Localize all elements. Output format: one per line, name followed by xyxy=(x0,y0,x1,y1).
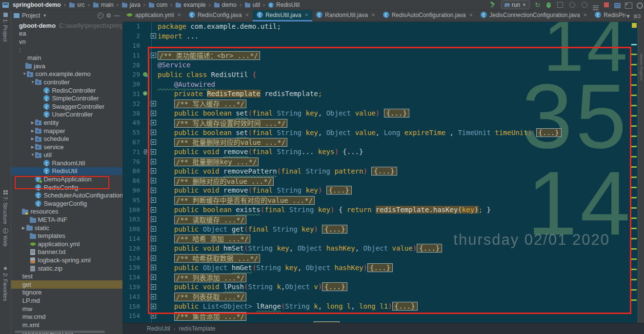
code-line[interactable]: 130+ public Object hmGet(String key, Obj… xyxy=(122,263,631,273)
fold-plus-icon[interactable]: + xyxy=(151,197,156,203)
tool-window-button-maven[interactable]: Maven Projects xyxy=(638,54,644,80)
fold-plus-icon[interactable]: + xyxy=(151,304,156,309)
tree-item-randomutil[interactable]: RandomUtil xyxy=(11,159,122,167)
breadcrumb-item-springboot-demo[interactable]: springboot-demo xyxy=(12,1,62,8)
code-line[interactable]: 29public class RedisUtil { xyxy=(122,70,631,79)
tree-item-simplecontroller[interactable]: SimpleController xyxy=(11,94,122,102)
fold-plus-icon[interactable]: + xyxy=(151,313,156,318)
tree-item-item[interactable]: : xyxy=(11,46,122,54)
fold-plus-icon[interactable]: + xyxy=(151,120,156,125)
project-structure-icon[interactable] xyxy=(614,3,621,8)
code-line[interactable]: 49+ /** 写入缓存设置时效时间 ...*/ xyxy=(122,118,631,128)
code-line[interactable]: 31 private RedisTemplate redisTemplate; xyxy=(122,89,631,99)
fold-plus-icon[interactable]: + xyxy=(151,216,156,222)
code-line[interactable]: 71@+ public void remove(final String... … xyxy=(122,147,631,157)
fold-plus-icon[interactable]: + xyxy=(151,168,156,174)
code-line[interactable]: 1package com.example.demo.util; xyxy=(122,21,631,31)
code-line[interactable]: 80+ public void removePattern(final Stri… xyxy=(122,166,631,176)
breadcrumb-member[interactable]: redisTemplate xyxy=(179,325,216,332)
fold-plus-icon[interactable]: + xyxy=(151,33,156,39)
tree-item-redisconfig[interactable]: RedisConfig xyxy=(11,183,122,192)
tree-item-lp-md[interactable]: LP.md xyxy=(11,296,122,305)
fold-plus-icon[interactable]: + xyxy=(151,265,156,270)
code-line[interactable]: 108+ public Object get(final String key)… xyxy=(122,224,631,234)
tree-item-controller[interactable]: ▼controller xyxy=(11,78,122,86)
code-line[interactable]: 32+ /** 写入缓存 ...*/ xyxy=(122,98,631,108)
tool-window-button-favorites[interactable]: ★ 2: Favorites xyxy=(0,266,11,301)
breadcrumb-item-java[interactable]: java xyxy=(121,1,141,8)
tab-randomutil-java[interactable]: RandomUtil.java✕ xyxy=(312,10,379,21)
tree-item-gboot-demo[interactable]: gboot-demoC:\xuefly\project\springboot-d… xyxy=(11,21,122,30)
tree-item-ea[interactable]: ea xyxy=(11,30,122,38)
tree-item-static-zip[interactable]: static.zip xyxy=(11,264,122,273)
code-line[interactable]: 10 xyxy=(122,41,631,51)
tree-item-resources[interactable]: resources xyxy=(11,208,122,216)
tab-application-yml[interactable]: application.yml✕ xyxy=(122,10,185,21)
code-line[interactable]: 28@Service xyxy=(122,60,631,70)
code-line[interactable]: 100+ public boolean exists(final String … xyxy=(122,205,631,215)
tree-item-vn[interactable]: vn xyxy=(11,38,122,46)
fold-plus-icon[interactable]: + xyxy=(151,178,156,183)
fold-plus-icon[interactable]: + xyxy=(151,111,156,116)
breadcrumb-item-demo[interactable]: demo xyxy=(213,1,238,8)
tree-item-schedule[interactable]: ▶schedule xyxy=(11,135,122,143)
locate-file-icon[interactable] xyxy=(98,13,103,19)
tree-item-meta-inf[interactable]: META-INF xyxy=(11,216,122,224)
tree-item-swaggercontroller[interactable]: SwaggerController xyxy=(11,102,122,111)
close-tab-icon[interactable]: ✕ xyxy=(177,13,181,18)
tree-item-usercontroller[interactable]: UserController xyxy=(11,111,122,119)
tree-item-com-example-demo[interactable]: ▼com.example.demo xyxy=(11,70,122,79)
fold-plus-icon[interactable]: + xyxy=(151,236,156,241)
breadcrumb-item-main[interactable]: main xyxy=(92,1,115,8)
attach-profiler-icon[interactable] xyxy=(582,2,587,8)
fold-plus-icon[interactable]: + xyxy=(151,149,156,155)
code-line[interactable]: 38+ public boolean set(final String key,… xyxy=(122,108,631,118)
fold-plus-icon[interactable]: + xyxy=(151,275,156,280)
editor-scrollbar[interactable] xyxy=(631,21,638,323)
code-line[interactable]: 95+ /** 判断缓存中是否有对应的value ...*/ xyxy=(122,195,631,205)
tree-item-redisutil[interactable]: RedisUtil xyxy=(11,167,122,176)
hidden-tabs-control[interactable]: ▼ ≣3 xyxy=(625,11,644,21)
breadcrumb-item-src[interactable]: src xyxy=(68,1,86,8)
tree-item-mw[interactable]: mw xyxy=(11,305,122,313)
tab-redisutil-java[interactable]: RedisUtil.java✕ xyxy=(253,10,312,21)
tree-item-swaggerconfig[interactable]: SwaggerConfig xyxy=(11,199,122,208)
tree-item-util[interactable]: ▼util xyxy=(11,151,122,159)
tree-item-rediscontroller[interactable]: RedisController xyxy=(11,86,122,95)
tool-window-button-structure[interactable]: 7: Structure xyxy=(0,190,11,224)
fold-plus-icon[interactable]: + xyxy=(151,255,156,261)
terminal-icon[interactable] xyxy=(625,2,632,9)
tree-item-tignore[interactable]: tignore xyxy=(11,289,122,297)
breadcrumb-item-util[interactable]: util xyxy=(243,1,261,8)
run-icon[interactable]: ↻ xyxy=(534,1,541,8)
fold-plus-icon[interactable]: + xyxy=(151,207,156,213)
code-editor[interactable]: 14 35 14 thursday 02/01 2020 1package co… xyxy=(122,21,631,323)
fold-plus-icon[interactable]: + xyxy=(151,53,156,58)
window-menu-icon[interactable] xyxy=(2,2,9,8)
close-tab-icon[interactable]: ✕ xyxy=(371,13,375,18)
tree-item-static[interactable]: ▶static xyxy=(11,224,122,232)
code-line[interactable]: 134+ /** 列表添加 ...*/ xyxy=(122,273,631,282)
tree-item-templates[interactable]: templates xyxy=(11,232,122,240)
tab-redisautoconfiguration-java[interactable]: RedisAutoConfiguration.java✕ xyxy=(379,10,477,21)
code-line[interactable]: 103+ /** 读取缓存 ...*/ xyxy=(122,215,631,224)
tree-item-service[interactable]: ▶service xyxy=(11,143,122,151)
code-line[interactable]: 86+ /** 删除对应的value ...*/ xyxy=(122,176,631,186)
fold-plus-icon[interactable]: + xyxy=(151,159,156,164)
profiler-icon[interactable] xyxy=(569,2,575,8)
code-line[interactable]: 30 @Autowired xyxy=(122,79,631,89)
debug-icon[interactable] xyxy=(546,2,551,8)
build-project-icon[interactable] xyxy=(593,5,599,6)
fold-plus-icon[interactable]: + xyxy=(151,226,156,232)
fold-plus-icon[interactable]: + xyxy=(151,188,156,193)
horizontal-scrollbar[interactable] xyxy=(15,331,105,333)
fold-plus-icon[interactable]: + xyxy=(151,294,156,299)
close-tab-icon[interactable]: ✕ xyxy=(584,13,587,18)
code-line[interactable]: 67+ /** 批量删除对应的value ...*/ xyxy=(122,138,631,147)
code-line[interactable]: 139+ public void lPush(String k,Object v… xyxy=(122,282,631,292)
tree-item-banner-txt[interactable]: banner.txt xyxy=(11,248,122,256)
hide-panel-icon[interactable]: — xyxy=(114,13,120,19)
tab-jedisconnectionconfiguration-java[interactable]: JedisConnectionConfiguration.java✕ xyxy=(477,10,591,21)
code-line[interactable]: 11+/** 类功能描述：<br> ...*/ xyxy=(122,50,631,60)
tree-item-test[interactable]: test xyxy=(11,272,122,280)
